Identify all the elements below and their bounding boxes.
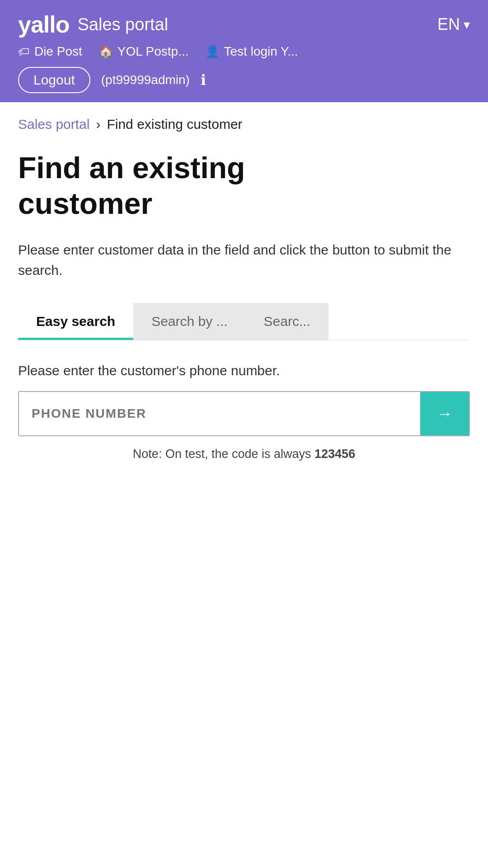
phone-search-row: →	[18, 391, 470, 436]
nav-label-die-post: Die Post	[34, 44, 82, 59]
main-content: Find an existing customer Please enter c…	[0, 141, 488, 488]
header-nav: 🏷 Die Post 🏠 YOL Postp... 👤 Test login Y…	[18, 44, 470, 59]
breadcrumb-link-sales-portal[interactable]: Sales portal	[18, 117, 89, 132]
tabs-container: Easy search Search by ... Searc...	[18, 303, 470, 340]
home-icon: 🏠	[99, 45, 113, 59]
search-note: Note: On test, the code is always 123456	[18, 447, 470, 461]
user-icon: 👤	[205, 45, 220, 59]
tab-easy-search[interactable]: Easy search	[18, 303, 133, 340]
search-submit-button[interactable]: →	[420, 392, 469, 435]
language-label: EN	[437, 15, 460, 34]
breadcrumb-separator: ›	[96, 117, 100, 132]
nav-label-test-login: Test login Y...	[224, 44, 298, 59]
nav-item-test-login[interactable]: 👤 Test login Y...	[205, 44, 298, 59]
search-note-prefix: Note: On test, the code is always	[133, 447, 314, 461]
site-header: yallo Sales portal EN ▾ 🏷 Die Post 🏠 YOL…	[0, 0, 488, 102]
tab-search-adv[interactable]: Searc...	[246, 303, 328, 340]
admin-label: (pt99999admin)	[101, 73, 190, 87]
phone-section-label: Please enter the customer's phone number…	[18, 363, 470, 378]
logo-area: yallo Sales portal	[18, 13, 168, 36]
nav-item-yol[interactable]: 🏠 YOL Postp...	[99, 44, 189, 59]
phone-number-input[interactable]	[19, 392, 420, 435]
info-icon[interactable]: ℹ	[201, 71, 206, 89]
nav-item-die-post[interactable]: 🏷 Die Post	[18, 44, 82, 59]
page-description: Please enter customer data in the field …	[18, 240, 470, 280]
search-note-code: 123456	[314, 447, 355, 461]
page-title-line2: customer	[18, 187, 152, 220]
language-selector[interactable]: EN ▾	[437, 15, 470, 34]
chevron-down-icon: ▾	[464, 17, 470, 32]
arrow-right-icon: →	[436, 404, 453, 423]
logout-button[interactable]: Logout	[18, 67, 90, 93]
portal-title: Sales portal	[78, 15, 169, 34]
breadcrumb: Sales portal › Find existing customer	[0, 102, 488, 141]
logo: yallo	[18, 13, 70, 36]
nav-label-yol: YOL Postp...	[117, 44, 189, 59]
breadcrumb-current: Find existing customer	[107, 117, 242, 132]
page-title: Find an existing customer	[18, 150, 470, 222]
tab-search-by[interactable]: Search by ...	[133, 303, 245, 340]
page-title-line1: Find an existing	[18, 151, 245, 184]
header-actions: Logout (pt99999admin) ℹ	[18, 67, 470, 93]
bookmark-icon: 🏷	[18, 45, 30, 59]
